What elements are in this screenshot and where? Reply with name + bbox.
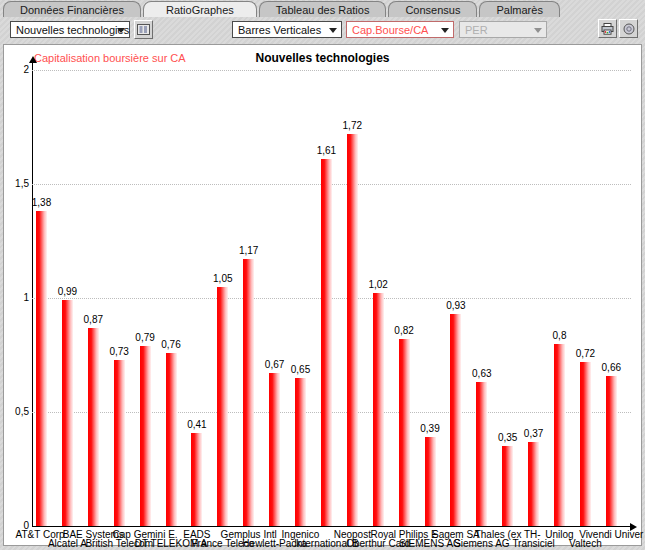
bar	[243, 259, 254, 526]
bar	[347, 134, 358, 526]
bar-value-label: 0,66	[591, 362, 631, 373]
bar	[114, 360, 125, 526]
bar-value-label: 0,63	[462, 368, 502, 379]
ratio-dropdown-value: Cap.Bourse/CA	[352, 24, 428, 36]
print-button[interactable]	[598, 19, 617, 38]
tab-palmares[interactable]: Palmarès	[479, 1, 559, 17]
table-view-button[interactable]	[134, 20, 153, 39]
bar-value-label: 1,72	[332, 120, 372, 131]
chart-type-dropdown[interactable]: Barres Verticales	[232, 21, 342, 38]
bar-value-label: 1,02	[358, 279, 398, 290]
toolbar: Nouvelles technologies Barres Verticales…	[0, 17, 645, 44]
bar	[88, 328, 99, 526]
tab-donnees-financieres[interactable]: Données Financières	[3, 1, 141, 17]
y-axis-line	[32, 63, 33, 527]
chevron-down-icon	[441, 28, 449, 33]
bar	[217, 287, 228, 526]
y-axis-tick-label: 0,5	[4, 406, 29, 417]
sector-dropdown[interactable]: Nouvelles technologies	[10, 21, 130, 38]
bar	[140, 346, 151, 526]
bar	[502, 446, 513, 526]
table-icon	[137, 24, 150, 35]
bar	[166, 353, 177, 526]
chart-title: Nouvelles technologies	[4, 51, 641, 65]
bar-value-label: 0,41	[177, 419, 217, 430]
bar-value-label: 0,76	[151, 339, 191, 350]
y-axis-arrow-icon	[29, 56, 37, 63]
ratio2-dropdown-value: PER	[465, 24, 488, 36]
tab-ratiographes[interactable]: RatioGraphes	[143, 1, 257, 17]
printer-icon	[601, 23, 614, 35]
y-axis-tick-label: 2	[4, 64, 29, 75]
bar	[269, 373, 280, 526]
tab-tableau-des-ratios[interactable]: Tableau des Ratios	[259, 1, 387, 17]
x-axis-label: Vivendi Univer	[563, 529, 645, 540]
tab-bar: Données Financières RatioGraphes Tableau…	[3, 1, 560, 17]
sector-dropdown-value: Nouvelles technologies	[16, 24, 129, 36]
ratio-dropdown[interactable]: Cap.Bourse/CA	[346, 21, 454, 38]
bar	[528, 442, 539, 526]
bar-value-label: 0,93	[436, 300, 476, 311]
bar	[554, 344, 565, 526]
info-button[interactable]	[619, 19, 638, 38]
bar-value-label: 1,61	[306, 145, 346, 156]
bar-value-label: 0,72	[565, 348, 605, 359]
y-axis-tick-label: 1	[4, 292, 29, 303]
gridline	[32, 70, 631, 71]
bar-value-label: 0,82	[384, 325, 424, 336]
bar-value-label: 1,38	[22, 197, 62, 208]
bar-value-label: 0,37	[514, 428, 554, 439]
bar-value-label: 1,17	[229, 245, 269, 256]
x-axis-line	[32, 526, 631, 527]
bar-value-label: 1,05	[203, 273, 243, 284]
bar-value-label: 0,65	[281, 364, 321, 375]
bar	[580, 362, 591, 526]
y-axis-tick-label: 1,5	[4, 178, 29, 189]
bar-value-label: 0,73	[99, 346, 139, 357]
chart-panel: Capitalisation boursière sur CA Nouvelle…	[3, 44, 642, 546]
bar	[191, 433, 202, 526]
bar	[321, 159, 332, 526]
chevron-down-icon	[329, 28, 337, 33]
bar	[425, 437, 436, 526]
chevron-down-icon	[534, 28, 542, 33]
bar	[606, 376, 617, 526]
tab-consensus[interactable]: Consensus	[388, 1, 477, 17]
chart-type-dropdown-value: Barres Verticales	[238, 24, 321, 36]
bar	[62, 300, 73, 526]
bar	[476, 382, 487, 526]
bar-value-label: 0,8	[540, 330, 580, 341]
bar	[373, 293, 384, 526]
bar	[399, 339, 410, 526]
bar-value-label: 0,99	[47, 286, 87, 297]
chevron-down-icon	[117, 28, 125, 33]
info-icon	[623, 23, 635, 35]
ratio2-dropdown-disabled: PER	[459, 21, 547, 38]
bar-value-label: 0,39	[410, 423, 450, 434]
bar	[295, 378, 306, 526]
bar-value-label: 0,87	[73, 314, 113, 325]
bar	[450, 314, 461, 526]
bar	[36, 211, 47, 526]
